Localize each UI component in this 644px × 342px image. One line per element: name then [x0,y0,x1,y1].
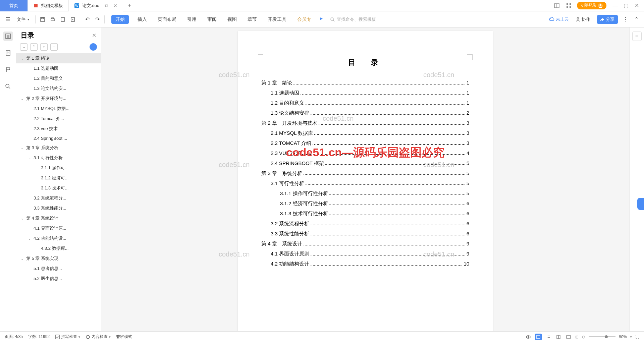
zoom-dropdown-icon[interactable]: ▾ [630,335,632,339]
outline-close-icon[interactable]: ✕ [92,32,96,39]
outline-item[interactable]: 4.3.2 数据库... [16,243,101,253]
collab-button[interactable]: 协作 [574,15,592,24]
outline-item[interactable]: 5.2 医生信息... [16,274,101,284]
document-area[interactable]: 目 录 第 1 章 绪论11.1 选题动因11.2 目的和意义11.3 论文结构… [101,27,629,331]
login-button[interactable]: 立即登录 [577,2,606,9]
maximize-icon[interactable]: ▢ [621,1,631,10]
toc-dots [329,194,465,195]
redo-icon[interactable]: ↷ [94,16,100,22]
outline-item[interactable]: 1.3 论文结构安... [16,83,101,94]
undo-icon[interactable]: ↶ [84,16,90,22]
save-icon[interactable] [40,16,46,22]
outline-item[interactable]: 4.1 界面设计原... [16,223,101,233]
word-count[interactable]: 字数: 11992 [28,334,50,340]
chevron-down-icon[interactable]: ⌄ [28,156,32,160]
share-icon [600,17,604,21]
outline-item[interactable]: 2.4 SpringBoot ... [16,134,101,143]
tab-chapter[interactable]: 章节 [246,15,259,24]
outline-item[interactable]: 3.1.2 经济可... [16,173,101,183]
apps-icon[interactable] [565,2,573,10]
zoom-value[interactable]: 80% [619,335,627,339]
expand-all-icon[interactable]: ⌃ [30,43,38,51]
remove-item-icon[interactable]: − [50,43,58,51]
outline-item[interactable]: 3.3 系统性能分... [16,203,101,213]
outline-item[interactable]: ⌄第 5 章 系统实现 [16,253,101,264]
main-area: 目录 ✕ ⌄ ⌃ + − ⌄第 1 章 绪论1.1 选题动因1.2 目的和意义1… [0,27,644,331]
outline-item[interactable]: 3.1.3 技术可... [16,183,101,193]
outline-item[interactable]: ⌄3.1 可行性分析 [16,153,101,163]
outline-item[interactable]: 3.2 系统流程分... [16,193,101,203]
tab-view[interactable]: 视图 [225,15,239,24]
zoom-out-icon[interactable]: ⊖ [582,335,585,339]
layout-icon[interactable] [553,2,561,10]
readview-icon[interactable] [555,334,562,340]
side-tab[interactable] [637,198,644,210]
print-icon[interactable] [50,16,56,22]
outline-item[interactable]: 5.1 患者信息... [16,264,101,274]
outline-item[interactable]: 1.1 选题动因 [16,63,101,73]
settings-icon[interactable]: ≡ [632,32,642,41]
tab-devtools[interactable]: 开发工具 [266,15,288,24]
outline-item[interactable]: 2.2 Tomcat 介... [16,114,101,124]
toc-page: 6 [467,229,469,239]
tab-vip[interactable]: 会员专 [295,15,313,24]
outline-item[interactable]: 3.1.1 操作可... [16,163,101,173]
more-icon[interactable]: ⋮ [623,16,629,22]
search-input[interactable]: 查找命令、搜索模板 [330,16,376,22]
outline-item[interactable]: ⌄第 3 章 系统分析 [16,143,101,153]
window-close-icon[interactable]: ✕ [632,1,641,10]
popout-icon[interactable]: ⧉ [105,3,108,8]
outline-item[interactable]: ⌄第 2 章 开发环境与... [16,94,101,104]
outline-item[interactable]: 2.1 MYSQL 数据... [16,104,101,114]
grid-icon[interactable]: ⊞ [575,335,579,339]
export-icon[interactable] [70,16,76,22]
outline-item[interactable]: ⌄4.2 功能结构设... [16,233,101,243]
eye-icon[interactable] [525,334,532,340]
zoom-slider[interactable] [589,336,615,337]
cloud-button[interactable]: 未上云 [549,16,569,22]
tab-insert[interactable]: 插入 [136,15,149,24]
chevron-down-icon[interactable]: ⌄ [21,97,25,101]
toc-text: 3.1.1 操作可行性分析 [280,188,328,198]
outline-item[interactable]: ⌄第 1 章 绪论 [16,53,101,63]
flag-rail-icon[interactable] [3,65,13,74]
outline-item[interactable]: ⌄第 4 章 系统设计 [16,213,101,223]
more-icon[interactable]: ▸ [320,15,323,24]
webview-icon[interactable] [565,334,572,340]
minimize-icon[interactable]: — [610,1,620,10]
contentcheck-button[interactable]: 内容检查 ▾ [86,334,111,340]
search-rail-icon[interactable] [3,82,13,91]
preview-icon[interactable] [60,16,66,22]
tab-template[interactable]: 找稻壳模板 [28,0,69,11]
outline-item[interactable]: 1.2 目的和意义 [16,73,101,83]
sync-icon[interactable] [90,43,97,51]
outline-rail-icon[interactable] [3,32,13,41]
toc-dots [304,245,465,245]
tab-document[interactable]: W 论文.doc ⧉ ✕ [69,0,123,11]
outline-item[interactable]: 2.3 vue 技术 [16,124,101,134]
close-icon[interactable]: ✕ [113,3,117,8]
chevron-down-icon[interactable]: ⌄ [21,146,25,150]
collapse-icon[interactable]: ⌃ [633,16,639,22]
share-button[interactable]: 分享 [597,15,618,24]
menu-icon[interactable]: ☰ [5,16,11,22]
tab-start[interactable]: 开始 [111,15,129,24]
tab-add[interactable]: + [123,2,136,9]
collapse-all-icon[interactable]: ⌄ [20,43,28,51]
bookmark-rail-icon[interactable] [3,48,13,58]
tab-reference[interactable]: 引用 [185,15,199,24]
file-menu[interactable]: 文件▾ [15,15,31,24]
tab-layout[interactable]: 页面布局 [156,15,178,24]
page-indicator[interactable]: 页面: 4/35 [5,334,23,340]
pageview-icon[interactable] [535,334,542,340]
chevron-down-icon[interactable]: ⌄ [28,237,32,240]
fullscreen-icon[interactable]: ⛶ [635,335,639,339]
spellcheck-button[interactable]: 拼写检查 ▾ [55,334,80,340]
chevron-down-icon[interactable]: ⌄ [21,217,25,220]
chevron-down-icon[interactable]: ⌄ [21,257,25,261]
add-item-icon[interactable]: + [40,43,48,51]
outlineview-icon[interactable] [545,334,552,340]
tab-review[interactable]: 审阅 [205,15,219,24]
chevron-down-icon[interactable]: ⌄ [21,57,25,60]
tab-home[interactable]: 首页 [0,0,28,11]
